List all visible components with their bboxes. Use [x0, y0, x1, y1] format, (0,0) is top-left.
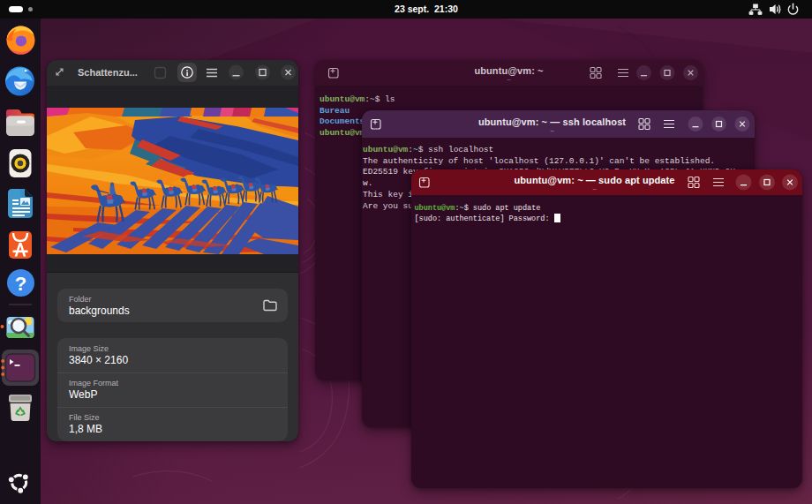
svg-text:?: ?: [15, 273, 26, 295]
